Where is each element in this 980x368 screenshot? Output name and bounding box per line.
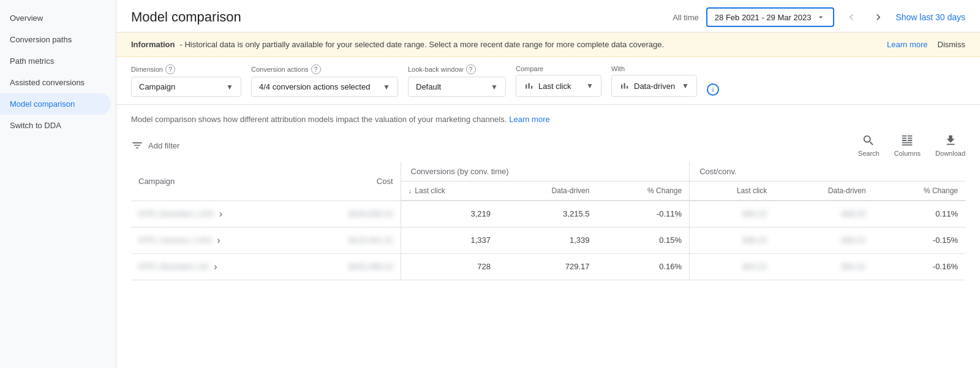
chevron-right-icon: [872, 11, 884, 23]
learn-more-link[interactable]: Learn more: [887, 40, 927, 49]
sub-cost-data-driven: Data-driven: [774, 182, 873, 201]
with-select[interactable]: Data-driven ▼: [611, 75, 697, 97]
cell-cost: $123,451.22: [327, 227, 401, 253]
sidebar-item-overview[interactable]: Overview: [0, 7, 111, 29]
sub-conv-last-click[interactable]: ↓ Last click: [401, 182, 498, 201]
compare-label: Compare: [516, 65, 601, 72]
expand-icon[interactable]: ›: [214, 261, 217, 272]
cell-conv-data-driven: 3,215.5: [498, 201, 597, 227]
prev-date-button[interactable]: [842, 7, 861, 27]
download-icon: [944, 134, 957, 147]
show-last-30-link[interactable]: Show last 30 days: [895, 12, 965, 22]
conversion-actions-value: 4/4 conversion actions selected: [259, 82, 370, 91]
expand-icon[interactable]: ›: [219, 209, 222, 220]
cost-value: $123,451.22: [349, 236, 393, 245]
cell-conv-pct: -0.11%: [597, 201, 689, 227]
sidebar-item-switch-to-dda[interactable]: Switch to DDA: [0, 115, 111, 136]
info-banner-actions: Learn more Dismiss: [887, 40, 965, 49]
download-button[interactable]: Download: [935, 134, 965, 157]
cost-value: $234,056.22: [349, 209, 393, 218]
bar-chart-2-icon: [619, 80, 630, 91]
cell-campaign: NTR | Branded | UK ›: [131, 253, 327, 280]
columns-button[interactable]: Columns: [894, 134, 921, 157]
cell-cost-data-driven: $54.31: [774, 253, 873, 280]
compare-select[interactable]: Last click ▼: [516, 75, 601, 97]
action-icons: Search Columns Download: [858, 134, 965, 157]
description-bar: Model comparison shows how different att…: [131, 115, 965, 124]
lookback-select[interactable]: Default ▼: [408, 77, 506, 97]
lookback-value: Default: [416, 82, 441, 91]
expand-icon[interactable]: ›: [217, 235, 220, 246]
compare-filter-group: Compare Last click ▼: [516, 65, 601, 97]
compare-value: Last click: [538, 82, 571, 91]
description-text: Model comparison shows how different att…: [131, 115, 507, 124]
bar-chart-icon: [524, 80, 535, 91]
compare-chevron-icon: ▼: [586, 82, 594, 90]
columns-icon: [900, 134, 914, 147]
add-filter-label: Add filter: [148, 141, 179, 150]
dimension-filter-group: Dimension ? Campaign ▼: [131, 64, 241, 97]
dimension-label: Dimension ?: [131, 64, 241, 74]
with-chevron-icon: ▼: [682, 82, 689, 90]
sidebar-item-conversion-paths[interactable]: Conversion paths: [0, 29, 111, 50]
sub-conv-data-driven: Data-driven: [498, 182, 597, 201]
date-range-button[interactable]: 28 Feb 2021 - 29 Mar 2023: [706, 7, 835, 27]
sub-cost-pct-change: % Change: [873, 182, 965, 201]
chevron-down-icon: [816, 12, 826, 22]
info-banner: Information - Historical data is only pa…: [116, 33, 980, 57]
main-content: Model comparison All time 28 Feb 2021 - …: [116, 0, 980, 368]
add-filter-button[interactable]: Add filter: [131, 139, 179, 151]
cell-conv-last-click: 1,337: [401, 227, 498, 253]
col-campaign-header: Campaign: [131, 162, 327, 201]
with-filter-group: With Data-driven ▼: [611, 65, 697, 97]
sidebar-item-path-metrics[interactable]: Path metrics: [0, 50, 111, 72]
lookback-chevron-icon: ▼: [491, 83, 498, 91]
sub-cost-last-click: Last click: [690, 182, 775, 201]
table-row: NTR | Generic | USA › $123,451.22 1,337 …: [131, 227, 965, 253]
header-controls: All time 28 Feb 2021 - 29 Mar 2023 Show …: [673, 7, 965, 27]
sidebar-item-assisted-conversions[interactable]: Assisted conversions: [0, 72, 111, 93]
page-title: Model comparison: [131, 9, 673, 25]
columns-label: Columns: [894, 150, 921, 157]
campaign-name: NTR | Generic | USA: [138, 236, 212, 245]
col-conversions-header: Conversions (by conv. time): [401, 162, 690, 182]
lookback-label: Look-back window ?: [408, 64, 506, 74]
with-value: Data-driven: [634, 82, 675, 91]
cell-cost-pct: 0.11%: [873, 201, 965, 227]
cell-cost: $234,056.22: [327, 201, 401, 227]
cell-conv-last-click: 728: [401, 253, 498, 280]
campaign-name: NTR | Branded | USA: [138, 209, 214, 218]
sidebar: Overview Conversion paths Path metrics A…: [0, 0, 116, 368]
content-area: Model comparison shows how different att…: [116, 105, 980, 368]
dimension-select[interactable]: Campaign ▼: [131, 77, 241, 97]
download-label: Download: [935, 150, 965, 157]
cell-conv-pct: 0.15%: [597, 227, 689, 253]
cell-campaign: NTR | Branded | USA ›: [131, 201, 327, 227]
cell-cost-pct: -0.15%: [873, 227, 965, 253]
cell-campaign: NTR | Generic | USA ›: [131, 227, 327, 253]
col-cost-conv-header: Cost/conv.: [690, 162, 965, 182]
action-bar: Add filter Search Columns Download: [131, 134, 965, 157]
dismiss-button[interactable]: Dismiss: [938, 40, 966, 49]
date-range-value: 28 Feb 2021 - 29 Mar 2023: [715, 13, 812, 22]
search-button[interactable]: Search: [858, 134, 880, 157]
lookback-filter-group: Look-back window ? Default ▼: [408, 64, 506, 97]
cell-cost-data-driven: $46.02: [774, 201, 873, 227]
sidebar-item-model-comparison[interactable]: Model comparison: [0, 93, 111, 115]
cell-cost: $432,098.22: [327, 253, 401, 280]
cell-conv-pct: 0.16%: [597, 253, 689, 280]
dimension-value: Campaign: [139, 82, 175, 91]
info-banner-message: - Historical data is only partially avai…: [180, 40, 665, 49]
all-time-label: All time: [673, 13, 699, 22]
cell-cost-last-click: $54.22: [690, 253, 775, 280]
compare-info-icon[interactable]: i: [707, 83, 719, 96]
next-date-button[interactable]: [869, 7, 888, 27]
cell-conv-last-click: 3,219: [401, 201, 498, 227]
dimension-help-icon[interactable]: ?: [165, 64, 175, 74]
description-learn-more-link[interactable]: Learn more: [509, 115, 549, 124]
lookback-help-icon[interactable]: ?: [466, 64, 476, 74]
table-row: NTR | Branded | USA › $234,056.22 3,219 …: [131, 201, 965, 227]
conversion-actions-chevron-icon: ▼: [383, 83, 390, 91]
conversion-help-icon[interactable]: ?: [311, 64, 321, 74]
conversion-actions-select[interactable]: 4/4 conversion actions selected ▼: [251, 77, 398, 97]
